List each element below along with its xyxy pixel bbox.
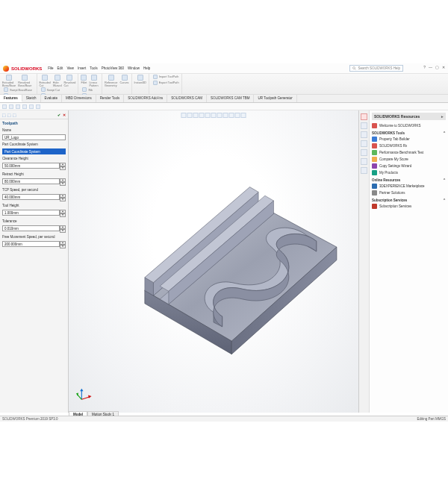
- taskpane-section-header[interactable]: Online Resources⌃: [372, 178, 446, 182]
- taskpane-item[interactable]: My Products: [372, 169, 446, 176]
- prop-spin-input[interactable]: 0.010mm▲▼: [2, 225, 66, 233]
- menu-tools[interactable]: Tools: [90, 66, 98, 70]
- menu-view[interactable]: View: [66, 66, 74, 70]
- tab-features[interactable]: Features: [0, 95, 22, 102]
- prop-input-value[interactable]: 0.010mm: [2, 225, 60, 231]
- maximize-icon[interactable]: ▢: [435, 65, 439, 69]
- prop-spin-input[interactable]: 200.000mm▲▼: [2, 241, 66, 248]
- ribbon-button[interactable]: RevolvedBoss/Base: [18, 75, 31, 87]
- tab-sketch[interactable]: Sketch: [22, 95, 41, 102]
- taskpane-item[interactable]: Performance Benchmark Test: [372, 149, 446, 156]
- ribbon-button[interactable]: RevolvedCut: [64, 75, 76, 87]
- taskpane-welcome[interactable]: Welcome to SOLIDWORKS: [372, 122, 446, 129]
- ribbon-button[interactable]: ExtrudedCut: [40, 75, 51, 87]
- window-controls: ? — ▢ ✕: [423, 65, 445, 69]
- ribbon-button-small[interactable]: Rib: [82, 87, 99, 93]
- ribbon-button-small[interactable]: Swept Cut: [41, 87, 76, 93]
- menu-file[interactable]: File: [48, 66, 53, 70]
- task-pane-tab-icon[interactable]: [361, 113, 367, 120]
- task-pane-tab-icon[interactable]: [361, 140, 367, 147]
- spin-down-icon[interactable]: ▼: [60, 198, 66, 201]
- tab-render-tools[interactable]: Render Tools: [96, 95, 124, 102]
- close-icon[interactable]: ✕: [442, 65, 445, 69]
- taskpane-item[interactable]: 3DEXPERIENCE Marketplace: [372, 183, 446, 190]
- prop-input-value[interactable]: 50.000mm: [2, 163, 60, 169]
- fm-tab-icon[interactable]: [2, 104, 7, 109]
- taskpane-item-icon: [372, 157, 377, 162]
- ribbon-button[interactable]: Fillet: [81, 75, 87, 87]
- taskpane-item[interactable]: Compare My Score: [372, 156, 446, 163]
- prop-spin-input[interactable]: 80.000mm▲▼: [2, 178, 66, 186]
- taskpane-close-icon[interactable]: ▸: [441, 114, 444, 119]
- collapse-icon[interactable]: ⌃: [443, 131, 446, 135]
- collapse-icon[interactable]: ⌃: [443, 198, 446, 202]
- taskpane-item[interactable]: Subscription Services: [372, 203, 446, 210]
- cancel-button[interactable]: ✕: [63, 113, 66, 117]
- spin-down-icon[interactable]: ▼: [60, 229, 66, 233]
- prop-input-value[interactable]: 40.000mm: [2, 194, 60, 200]
- prop-label: Free Movement Speed, per second: [2, 235, 66, 239]
- ribbon-button[interactable]: ReferenceGeometry: [105, 75, 118, 87]
- help-icon[interactable]: ?: [423, 65, 426, 69]
- ribbon-button-small[interactable]: Swept Boss/Base: [4, 87, 34, 93]
- fm-tab-icon[interactable]: [22, 104, 27, 109]
- accept-button[interactable]: ✔: [57, 113, 60, 117]
- tab-ur-toolpath-generator[interactable]: UR Toolpath Generator: [254, 95, 296, 102]
- taskpane-item[interactable]: Partner Solutions: [372, 190, 446, 196]
- spin-down-icon[interactable]: ▼: [60, 182, 66, 186]
- taskpane-item[interactable]: Copy Settings Wizard: [372, 163, 446, 169]
- task-pane-tab-icon[interactable]: [361, 167, 367, 174]
- prop-input-value[interactable]: 80.000mm: [2, 178, 60, 184]
- ribbon-button[interactable]: ExtrudedBoss/Base: [2, 75, 16, 87]
- prop-input-value[interactable]: 1.000mm: [2, 210, 60, 216]
- prop-spin-input[interactable]: 50.000mm▲▼: [2, 163, 66, 170]
- fm-tab-icon[interactable]: [16, 104, 20, 109]
- task-pane-tab-icon[interactable]: [361, 149, 367, 156]
- tab-solidworks-add-ins[interactable]: SOLIDWORKS Add-Ins: [124, 95, 167, 102]
- taskpane-item[interactable]: Property Tab Builder: [372, 136, 446, 143]
- part-model-render: [69, 110, 358, 413]
- tab-evaluate[interactable]: Evaluate: [41, 95, 63, 102]
- task-pane-tab-icon[interactable]: [361, 122, 367, 129]
- taskpane-item[interactable]: SOLIDWORKS Rx: [372, 143, 446, 149]
- fm-tab-icon[interactable]: [9, 104, 13, 109]
- prop-spin-input[interactable]: 40.000mm▲▼: [2, 194, 66, 201]
- menu-window[interactable]: Window: [128, 66, 140, 70]
- task-pane-tab-icon[interactable]: [361, 158, 367, 165]
- prop-spin-input[interactable]: 1.000mm▲▼: [2, 210, 66, 217]
- ribbon-button-icon: [122, 75, 128, 81]
- tab-solidworks-cam-tbm[interactable]: SOLIDWORKS CAM TBM: [207, 95, 254, 102]
- pm-icon[interactable]: ⬚: [7, 113, 11, 117]
- ribbon-button-icon: [55, 75, 60, 81]
- menu-photoview-360[interactable]: PhotoView 360: [102, 66, 124, 70]
- task-pane-tab-icon[interactable]: [361, 131, 367, 138]
- fm-tab-icon[interactable]: [36, 104, 40, 109]
- spin-down-icon[interactable]: ▼: [60, 166, 66, 170]
- menu-insert[interactable]: Insert: [78, 66, 86, 70]
- ribbon-button[interactable]: Instant3D: [134, 75, 146, 84]
- prop-input[interactable]: UR_Logo: [2, 134, 66, 140]
- minimize-icon[interactable]: —: [429, 65, 432, 69]
- tab-mbd-dimensions[interactable]: MBD Dimensions: [62, 95, 96, 102]
- taskpane-section-header[interactable]: SOLIDWORKS Tools⌃: [372, 131, 446, 135]
- tab-solidworks-cam[interactable]: SOLIDWORKS CAM: [167, 95, 207, 102]
- spin-down-icon[interactable]: ▼: [60, 245, 66, 248]
- pm-icon[interactable]: ⬚: [13, 113, 16, 117]
- help-search[interactable]: Search SOLIDWORKS Help: [349, 65, 403, 72]
- menu-edit[interactable]: Edit: [57, 66, 63, 70]
- spin-down-icon[interactable]: ▼: [60, 213, 66, 217]
- ribbon-button[interactable]: LinearPattern: [89, 75, 98, 87]
- prop-input[interactable]: Part Coordinate System: [2, 148, 66, 154]
- ribbon-button[interactable]: Curves: [119, 75, 128, 87]
- collapse-icon[interactable]: ⌃: [443, 178, 446, 182]
- prop-input-value[interactable]: 200.000mm: [2, 241, 60, 247]
- taskpane-section-header[interactable]: Subscription Services⌃: [372, 198, 446, 202]
- ribbon-button-small[interactable]: Export ToolPath: [153, 81, 179, 86]
- ribbon-button[interactable]: HoleWizard: [53, 75, 62, 87]
- taskpane-item-icon: [372, 204, 377, 209]
- menu-help[interactable]: Help: [143, 66, 150, 70]
- pm-icon[interactable]: ⬚: [2, 113, 6, 117]
- fm-tab-icon[interactable]: [29, 104, 34, 109]
- graphics-viewport[interactable]: [69, 110, 358, 413]
- ribbon-button-small[interactable]: Import ToolPath: [153, 75, 179, 80]
